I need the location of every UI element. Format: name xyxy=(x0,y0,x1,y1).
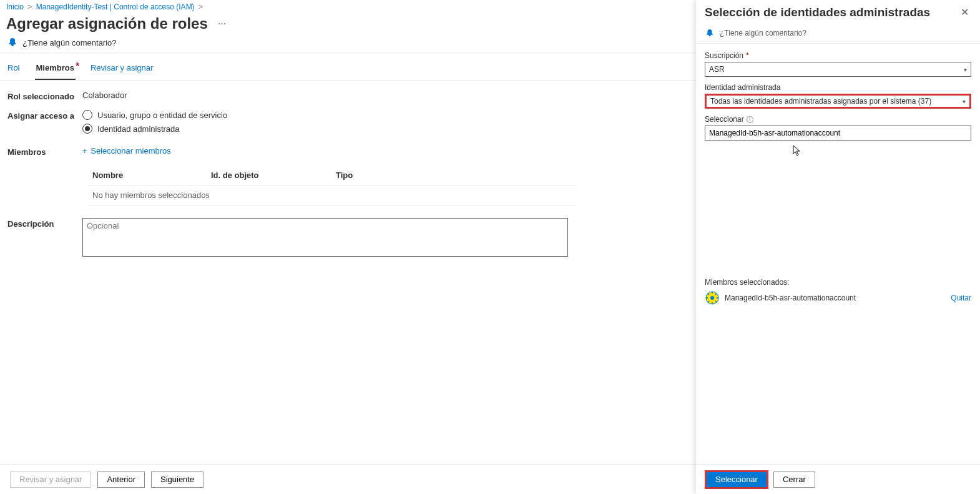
members-label: Miembros xyxy=(7,146,82,157)
feedback-icon xyxy=(705,28,715,38)
close-icon[interactable]: ✕ xyxy=(958,4,971,21)
footer-bar: Revisar y asignar Anterior Siguiente xyxy=(0,464,696,494)
assign-access-label: Asignar acceso a xyxy=(7,110,82,121)
table-empty-row: No hay miembros seleccionados xyxy=(89,185,576,205)
col-objectid: Id. de objeto xyxy=(211,170,336,180)
feedback-icon xyxy=(7,37,17,47)
subscription-label: Suscripción* xyxy=(705,51,971,60)
select-managed-identities-panel: Selección de identidades administradas ✕… xyxy=(696,0,980,494)
radio-icon xyxy=(82,110,92,120)
subscription-value: ASR xyxy=(709,65,725,74)
managed-identity-dropdown[interactable]: Todas las identidades administradas asig… xyxy=(705,94,971,109)
breadcrumb: Inicio > ManagedIdentity-Test | Control … xyxy=(0,0,696,14)
remove-member-link[interactable]: Quitar xyxy=(951,294,971,302)
col-type: Tipo xyxy=(336,170,411,180)
close-button[interactable]: Cerrar xyxy=(773,472,815,488)
panel-feedback-text: ¿Tiene algún comentario? xyxy=(720,29,806,37)
select-button[interactable]: Seleccionar xyxy=(705,470,768,489)
description-label: Descripción xyxy=(7,218,82,229)
selected-role-label: Rol seleccionado xyxy=(7,91,82,101)
feedback-text: ¿Tiene algún comentario? xyxy=(22,38,117,47)
radio-managed-identity[interactable]: Identidad administrada xyxy=(82,124,688,134)
review-assign-button: Revisar y asignar xyxy=(10,472,91,488)
col-name: Nombre xyxy=(92,170,211,180)
tab-members-label: Miembros xyxy=(36,63,74,72)
info-icon[interactable]: i xyxy=(747,116,753,123)
more-icon[interactable]: ··· xyxy=(218,18,226,29)
selected-member-name: ManagedId-b5h-asr-automationaccount xyxy=(725,294,856,302)
gear-icon xyxy=(705,290,720,305)
breadcrumb-home[interactable]: Inicio xyxy=(6,2,24,11)
select-input[interactable] xyxy=(705,126,971,141)
selected-role-value: Colaborador xyxy=(82,91,688,100)
subscription-dropdown[interactable]: ASR ▾ xyxy=(705,62,971,77)
members-table: Nombre Id. de objeto Tipo No hay miembro… xyxy=(89,165,576,205)
radio-user-label: Usuario, grupo o entidad de servicio xyxy=(97,111,227,120)
select-members-link[interactable]: + Seleccionar miembros xyxy=(82,146,171,156)
tab-members[interactable]: Miembros * xyxy=(35,59,76,80)
next-button[interactable]: Siguiente xyxy=(151,472,203,488)
breadcrumb-item[interactable]: ManagedIdentity-Test | Control de acceso… xyxy=(36,2,195,11)
selected-members-label: Miembros seleccionados: xyxy=(705,278,971,287)
page-title: Agregar asignación de roles xyxy=(6,15,208,32)
chevron-down-icon: ▾ xyxy=(964,66,967,73)
select-members-text: Seleccionar miembros xyxy=(91,146,171,156)
svg-point-1 xyxy=(710,296,714,300)
required-dot-icon: * xyxy=(76,61,79,71)
radio-icon xyxy=(82,124,92,134)
tab-review[interactable]: Revisar y asignar xyxy=(89,59,154,80)
tab-role[interactable]: Rol xyxy=(6,59,21,80)
managed-identity-value: Todas las identidades administradas asig… xyxy=(710,97,931,106)
panel-feedback-link[interactable]: ¿Tiene algún comentario? xyxy=(696,23,980,44)
managed-identity-label: Identidad administrada xyxy=(705,83,971,92)
description-input[interactable] xyxy=(82,218,568,257)
previous-button[interactable]: Anterior xyxy=(97,472,145,488)
feedback-link[interactable]: ¿Tiene algún comentario? xyxy=(0,37,696,53)
radio-user-group[interactable]: Usuario, grupo o entidad de servicio xyxy=(82,110,688,120)
radio-mi-label: Identidad administrada xyxy=(97,124,180,134)
selected-member-row: ManagedId-b5h-asr-automationaccount Quit… xyxy=(705,290,971,305)
select-label: Seleccionar i xyxy=(705,115,971,124)
chevron-down-icon: ▾ xyxy=(963,98,966,105)
tabs: Rol Miembros * Revisar y asignar xyxy=(0,56,696,81)
plus-icon: + xyxy=(82,146,87,156)
panel-title: Selección de identidades administradas xyxy=(705,6,930,19)
